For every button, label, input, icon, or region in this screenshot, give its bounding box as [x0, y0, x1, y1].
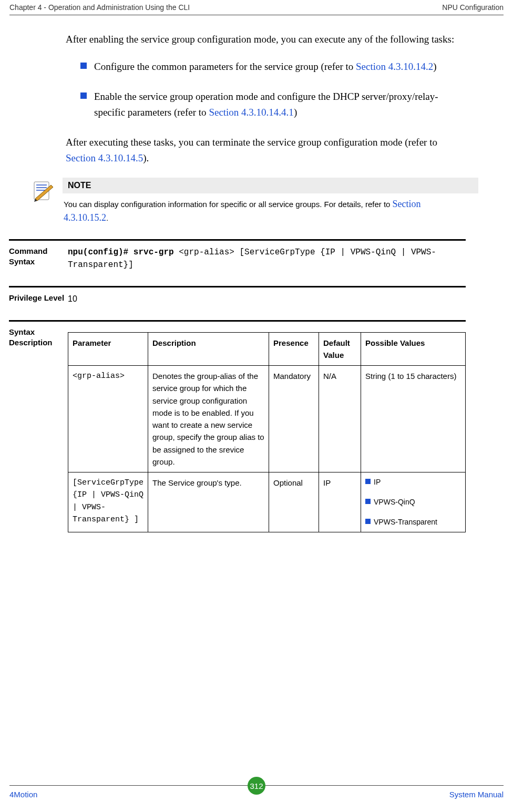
syntax-description-label: Syntax Description — [9, 327, 68, 348]
page-footer: 4Motion 312 System Manual — [9, 785, 504, 805]
bullet-text-pre: Configure the common parameters for the … — [94, 61, 356, 72]
section-link[interactable]: Section 4.3.10.14.2 — [356, 61, 433, 72]
cell-presence: Optional — [269, 472, 319, 532]
table-row: [ServiceGrpType {IP | VPWS-QinQ | VPWS-T… — [68, 472, 466, 532]
possible-value-item: IP — [365, 477, 461, 488]
cell-presence: Mandatory — [269, 366, 319, 472]
syntax-description-value: Parameter Description Presence Default V… — [68, 327, 466, 533]
note-text: You can display configuration informatio… — [63, 193, 466, 224]
page-number-badge: 312 — [248, 777, 265, 795]
col-default-value: Default Value — [319, 332, 361, 366]
note-body: NOTE You can display configuration infor… — [63, 178, 466, 224]
col-parameter: Parameter — [68, 332, 148, 366]
command-syntax-value: npu(config)# srvc-grp <grp-alias> [Servi… — [68, 246, 466, 271]
page-header: Chapter 4 - Operation and Administration… — [9, 3, 504, 15]
possible-value-item: VPWS-QinQ — [365, 497, 461, 508]
note-icon — [31, 180, 54, 203]
section-link[interactable]: Section 4.3.10.14.5 — [66, 152, 143, 163]
cell-default-value: N/A — [319, 366, 361, 472]
cell-possible-values: IP VPWS-QinQ VPWS-Transparent — [361, 472, 466, 532]
note-block: NOTE You can display configuration infor… — [31, 178, 466, 224]
possible-values-list: IP VPWS-QinQ VPWS-Transparent — [365, 477, 461, 528]
cell-default-value: IP — [319, 472, 361, 532]
command-syntax-bold: npu(config)# srvc-grp — [68, 248, 174, 257]
footer-left: 4Motion — [9, 790, 37, 799]
col-possible-values: Possible Values — [361, 332, 466, 366]
table-row: <grp-alias> Denotes the group-alias of t… — [68, 366, 466, 472]
definition-section: Command Syntax npu(config)# srvc-grp <gr… — [9, 239, 466, 533]
intro-paragraph: After enabling the service group configu… — [66, 32, 466, 47]
possible-value-item: VPWS-Transparent — [365, 517, 461, 528]
header-left: Chapter 4 - Operation and Administration… — [9, 3, 190, 12]
note-text-pre: You can display configuration informatio… — [64, 200, 393, 209]
list-item: Configure the common parameters for the … — [80, 59, 466, 75]
col-description: Description — [148, 332, 269, 366]
after-text-pre: After executing these tasks, you can ter… — [66, 137, 437, 148]
after-text-post: ). — [143, 152, 149, 163]
intro-bullet-list: Configure the common parameters for the … — [80, 59, 466, 120]
command-syntax-row: Command Syntax npu(config)# srvc-grp <gr… — [9, 239, 466, 286]
cell-description: The Service group's type. — [148, 472, 269, 532]
syntax-table: Parameter Description Presence Default V… — [68, 332, 466, 533]
syntax-description-row: Syntax Description Parameter Description — [9, 320, 466, 533]
privilege-level-row: Privilege Level 10 — [9, 286, 466, 320]
bullet-text-post: ) — [294, 107, 297, 118]
note-text-post: . — [106, 213, 108, 222]
after-paragraph: After executing these tasks, you can ter… — [66, 135, 466, 167]
cell-description: Denotes the group-alias of the service g… — [148, 366, 269, 472]
page-content: After enabling the service group configu… — [66, 32, 466, 532]
table-header-row: Parameter Description Presence Default V… — [68, 332, 466, 366]
header-right: NPU Configuration — [442, 3, 504, 12]
note-title: NOTE — [63, 178, 478, 193]
cell-possible-values: String (1 to 15 characters) — [361, 366, 466, 472]
cell-parameter: [ServiceGrpType {IP | VPWS-QinQ | VPWS-T… — [68, 472, 148, 532]
privilege-level-value: 10 — [68, 293, 466, 305]
section-link[interactable]: Section 4.3.10.14.4.1 — [209, 107, 294, 118]
col-presence: Presence — [269, 332, 319, 366]
command-syntax-label: Command Syntax — [9, 246, 68, 268]
cell-parameter: <grp-alias> — [68, 366, 148, 472]
privilege-level-label: Privilege Level — [9, 293, 68, 303]
footer-right: System Manual — [449, 790, 504, 799]
list-item: Enable the service group operation mode … — [80, 89, 466, 121]
bullet-text-post: ) — [433, 61, 436, 72]
